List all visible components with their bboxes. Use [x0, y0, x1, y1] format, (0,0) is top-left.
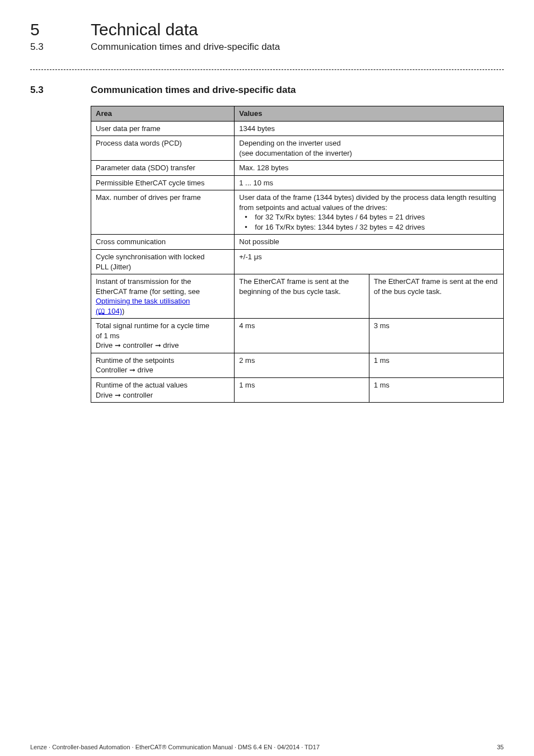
subchapter-header: 5.3 Communication times and drive-specif…	[30, 41, 504, 53]
cell-values: 1344 bytes	[235, 121, 504, 136]
cell-area: Parameter data (SDO) transfer	[91, 161, 235, 176]
cross-reference-link[interactable]: Optimising the task utilisation	[96, 297, 190, 305]
cell-values: 1 ... 10 ms	[235, 175, 504, 190]
bullet-text: for 32 Tx/Rx bytes: 1344 bytes / 64 byte…	[255, 212, 425, 222]
cell-area: Process data words (PCD)	[91, 136, 235, 161]
cell-values: Depending on the inverter used (see docu…	[235, 136, 504, 161]
bullet-line: •for 16 Tx/Rx bytes: 1344 bytes / 32 byt…	[239, 222, 499, 232]
cell-area-line: Total signal runtime for a cycle time	[96, 321, 209, 330]
table-row: Max. number of drives per frame User dat…	[91, 190, 504, 235]
cell-area-line: EtherCAT frame (for setting, see	[96, 287, 200, 296]
chapter-title: Technical data	[91, 20, 198, 39]
section-heading-number: 5.3	[30, 85, 57, 96]
cell-area-line: Cycle synchronisation with locked	[96, 253, 204, 261]
table-row: Cross communication Not possible	[91, 235, 504, 250]
table-row: Permissible EtherCAT cycle times 1 ... 1…	[91, 175, 504, 190]
page-reference-link[interactable]: (🕮 104)	[96, 307, 122, 315]
table-row: Instant of transmission for the EtherCAT…	[91, 274, 504, 319]
cell-area-line: Runtime of the setpoints	[96, 356, 174, 365]
cell-area: Max. number of drives per frame	[91, 190, 235, 235]
table-row: Runtime of the setpoints Controller ➞ dr…	[91, 353, 504, 377]
cell-values-left: 2 ms	[235, 353, 369, 377]
cell-area: Runtime of the actual values Drive ➞ con…	[91, 378, 235, 403]
cell-area: Cycle synchronisation with locked PLL (J…	[91, 250, 235, 274]
cell-values-left: 4 ms	[235, 319, 369, 353]
cell-area-line: Instant of transmission for the	[96, 277, 191, 286]
cell-values: User data of the frame (1344 bytes) divi…	[235, 190, 504, 235]
bullet-line: •for 32 Tx/Rx bytes: 1344 bytes / 64 byt…	[239, 212, 499, 222]
subchapter-title: Communication times and drive-specific d…	[91, 41, 280, 53]
footer-text: Lenze · Controller-based Automation · Et…	[30, 744, 320, 750]
cell-area-line: Runtime of the actual values	[96, 381, 188, 389]
table-row: Process data words (PCD) Depending on th…	[91, 136, 504, 161]
cell-values-left: The EtherCAT frame is sent at the beginn…	[235, 274, 369, 319]
cell-area-line: Drive ➞ controller	[96, 391, 153, 399]
subchapter-number: 5.3	[30, 41, 57, 53]
table-row: Parameter data (SDO) transfer Max. 128 b…	[91, 161, 504, 176]
cell-area: User data per frame	[91, 121, 235, 136]
table-row: Total signal runtime for a cycle time of…	[91, 319, 504, 353]
cell-values-right: 1 ms	[369, 378, 503, 403]
cell-values: +/-1 μs	[235, 250, 504, 274]
cell-values-left: 1 ms	[235, 378, 369, 403]
cell-area: Total signal runtime for a cycle time of…	[91, 319, 235, 353]
chapter-number: 5	[30, 20, 57, 39]
cell-values-line: User data of the frame (1344 bytes) divi…	[239, 193, 496, 212]
bullet-text: for 16 Tx/Rx bytes: 1344 bytes / 32 byte…	[255, 222, 425, 232]
page-footer: Lenze · Controller-based Automation · Et…	[30, 744, 504, 750]
col-header-area: Area	[91, 106, 235, 122]
cell-area-line: PLL (Jitter)	[96, 263, 131, 271]
cell-area-line: of 1 ms	[96, 332, 120, 340]
cell-area: Runtime of the setpoints Controller ➞ dr…	[91, 353, 235, 377]
technical-data-table: Area Values User data per frame 1344 byt…	[91, 106, 504, 403]
cell-values: Not possible	[235, 235, 504, 250]
table-row: Cycle synchronisation with locked PLL (J…	[91, 250, 504, 274]
table-header-row: Area Values	[91, 106, 504, 122]
cell-values-line: Depending on the inverter used	[239, 139, 340, 147]
cell-values-right: 3 ms	[369, 319, 503, 353]
cell-values-line: (see documentation of the inverter)	[239, 149, 352, 157]
col-header-values: Values	[235, 106, 504, 122]
chapter-header: 5 Technical data	[30, 20, 504, 39]
close-paren: )	[122, 307, 124, 315]
cell-area: Cross communication	[91, 235, 235, 250]
table-row: User data per frame 1344 bytes	[91, 121, 504, 136]
section-heading: 5.3 Communication times and drive-specif…	[30, 85, 504, 96]
section-heading-title: Communication times and drive-specific d…	[91, 85, 296, 96]
cell-area: Instant of transmission for the EtherCAT…	[91, 274, 235, 319]
cell-area-line: Controller ➞ drive	[96, 366, 153, 374]
cell-area-line: Drive ➞ controller ➞ drive	[96, 341, 179, 349]
cell-values-right: 1 ms	[369, 353, 503, 377]
table-row: Runtime of the actual values Drive ➞ con…	[91, 378, 504, 403]
divider	[30, 69, 504, 70]
cell-area: Permissible EtherCAT cycle times	[91, 175, 235, 190]
cell-values-right: The EtherCAT frame is sent at the end of…	[369, 274, 503, 319]
cell-values: Max. 128 bytes	[235, 161, 504, 176]
page-number: 35	[497, 744, 504, 750]
